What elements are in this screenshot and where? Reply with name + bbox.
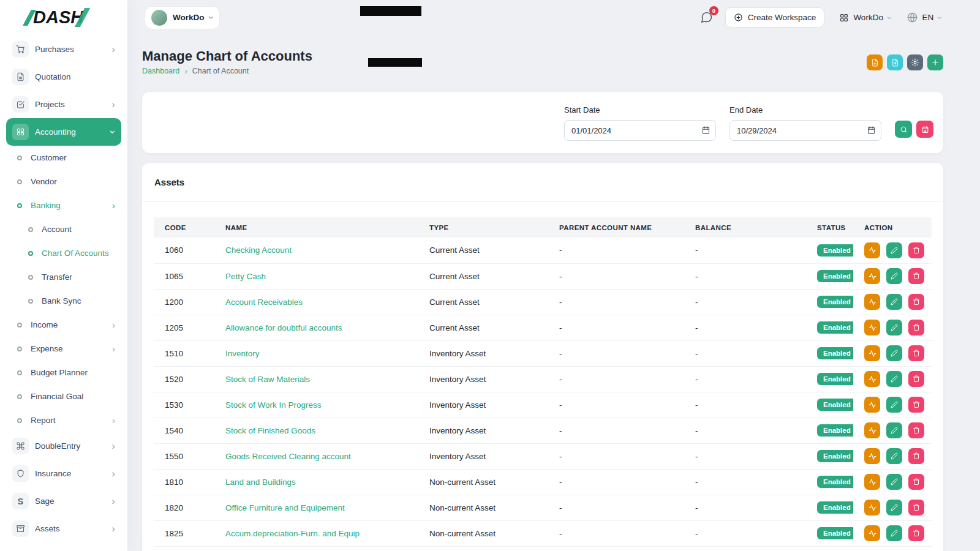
document-icon	[12, 69, 29, 85]
edit-button[interactable]	[886, 320, 902, 335]
account-code: 1540	[154, 418, 214, 443]
edit-button[interactable]	[886, 448, 902, 464]
parent-account-name: -	[548, 263, 684, 289]
account-name-link[interactable]: Stock of Raw Materials	[225, 375, 310, 384]
end-date-input[interactable]	[729, 120, 881, 141]
delete-button[interactable]	[908, 474, 924, 490]
language-menu[interactable]: EN ›	[907, 12, 942, 23]
delete-button[interactable]	[908, 345, 924, 361]
file-export-button[interactable]	[867, 54, 883, 70]
sidebar-item-insurance[interactable]: Insurance ›	[6, 460, 121, 487]
edit-button[interactable]	[886, 397, 902, 413]
edit-button[interactable]	[886, 474, 902, 490]
delete-button[interactable]	[908, 320, 924, 335]
delete-button[interactable]	[908, 371, 924, 387]
pencil-icon	[891, 350, 898, 357]
delete-button[interactable]	[908, 525, 924, 541]
delete-button[interactable]	[908, 294, 924, 310]
reset-filter-button[interactable]	[916, 121, 933, 138]
sidebar-item-vendor[interactable]: Vendor	[6, 170, 121, 193]
sidebar-item-purchases[interactable]: Purchases ›	[6, 36, 121, 63]
plus-icon	[931, 58, 940, 67]
parent-account-name: -	[548, 392, 684, 418]
delete-button[interactable]	[908, 448, 924, 464]
sidebar-item-expense[interactable]: Expense ›	[6, 337, 121, 361]
delete-button[interactable]	[908, 422, 924, 438]
sidebar-item-sage[interactable]: S Sage ›	[6, 487, 121, 515]
account-name-link[interactable]: Goods Received Clearing account	[225, 452, 351, 461]
delete-button[interactable]	[908, 397, 924, 413]
journal-entries-button[interactable]	[864, 345, 880, 361]
sidebar-item-projects[interactable]: Projects ›	[6, 91, 121, 118]
edit-button[interactable]	[886, 500, 902, 515]
dash-logo[interactable]: DASH	[0, 0, 127, 35]
sidebar-item-banking[interactable]: Banking ›	[6, 193, 121, 217]
journal-entries-button[interactable]	[864, 268, 880, 284]
add-account-button[interactable]	[927, 54, 943, 70]
grid-icon	[12, 124, 29, 140]
edit-button[interactable]	[886, 242, 902, 258]
journal-entries-button[interactable]	[864, 500, 880, 515]
sidebar-item-accounting[interactable]: Accounting ›	[6, 118, 121, 146]
account-name-link[interactable]: Account Receivables	[225, 298, 303, 307]
workspace-switcher[interactable]: WorkDo ›	[145, 6, 220, 29]
col-header-type: TYPE	[418, 217, 548, 238]
account-name-link[interactable]: Checking Account	[225, 246, 292, 255]
breadcrumb-dashboard-link[interactable]: Dashboard	[142, 67, 179, 75]
create-workspace-button[interactable]: Create Workspace	[725, 7, 825, 28]
edit-button[interactable]	[886, 294, 902, 310]
account-name-link[interactable]: Allowance for doubtful accounts	[225, 323, 342, 332]
sidebar-item-customer[interactable]: Customer	[6, 146, 121, 170]
search-button[interactable]	[895, 121, 912, 138]
journal-entries-button[interactable]	[864, 294, 880, 310]
journal-entries-button[interactable]	[864, 371, 880, 387]
breadcrumb-separator-icon: ›	[184, 66, 187, 76]
pencil-icon	[891, 375, 898, 383]
edit-button[interactable]	[886, 345, 902, 361]
account-name-link[interactable]: Stock of Finished Goods	[225, 426, 315, 435]
sidebar-item-transfer[interactable]: Transfer	[6, 265, 121, 289]
edit-button[interactable]	[886, 371, 902, 387]
sidebar-item-assets[interactable]: Assets ›	[6, 515, 121, 542]
calendar-icon[interactable]	[701, 126, 710, 135]
account-name-link[interactable]: Petty Cash	[225, 272, 266, 281]
settings-button[interactable]	[907, 54, 923, 70]
sidebar-item-doubleentry[interactable]: DoubleEntry ›	[6, 432, 121, 460]
journal-entries-button[interactable]	[864, 448, 880, 464]
journal-entries-button[interactable]	[864, 242, 880, 258]
journal-entries-button[interactable]	[864, 525, 880, 541]
sidebar-item-bank-sync[interactable]: Bank Sync	[6, 289, 121, 313]
account-name-link[interactable]: Accum.depreciation-Furn. and Equip	[225, 529, 360, 538]
sidebar-item-report[interactable]: Report ›	[6, 408, 121, 432]
calendar-icon[interactable]	[867, 126, 876, 135]
start-date-input[interactable]	[564, 120, 716, 141]
account-code: 1205	[154, 315, 214, 340]
apps-menu[interactable]: WorkDo ›	[839, 13, 891, 23]
account-name-link[interactable]: Stock of Work In Progress	[225, 400, 322, 410]
sidebar-item-chart-of-accounts[interactable]: Chart Of Accounts	[6, 241, 121, 265]
redaction-bar	[368, 58, 422, 67]
status-badge: Enabled	[817, 321, 853, 334]
journal-entries-button[interactable]	[864, 422, 880, 438]
edit-button[interactable]	[886, 268, 902, 284]
journal-entries-button[interactable]	[864, 397, 880, 413]
messages-button[interactable]: 0	[700, 11, 713, 24]
breadcrumb-current: Chart of Account	[192, 67, 249, 75]
edit-button[interactable]	[886, 525, 902, 541]
delete-button[interactable]	[908, 268, 924, 284]
sidebar-item-income[interactable]: Income ›	[6, 313, 121, 337]
journal-entries-button[interactable]	[864, 320, 880, 335]
shield-icon	[12, 465, 29, 482]
account-name-link[interactable]: Land and Buildings	[225, 478, 296, 487]
sidebar-item-quotation[interactable]: Quotation	[6, 63, 121, 91]
account-name-link[interactable]: Inventory	[225, 349, 260, 358]
delete-button[interactable]	[908, 242, 924, 258]
delete-button[interactable]	[908, 500, 924, 515]
sidebar-item-account[interactable]: Account	[6, 217, 121, 241]
sidebar-item-financial-goal[interactable]: Financial Goal	[6, 384, 121, 408]
edit-button[interactable]	[886, 422, 902, 438]
sidebar-item-budget-planner[interactable]: Budget Planner	[6, 361, 121, 384]
file-import-button[interactable]	[887, 54, 903, 70]
journal-entries-button[interactable]	[864, 474, 880, 490]
account-name-link[interactable]: Office Furniture and Equipement	[225, 503, 345, 512]
